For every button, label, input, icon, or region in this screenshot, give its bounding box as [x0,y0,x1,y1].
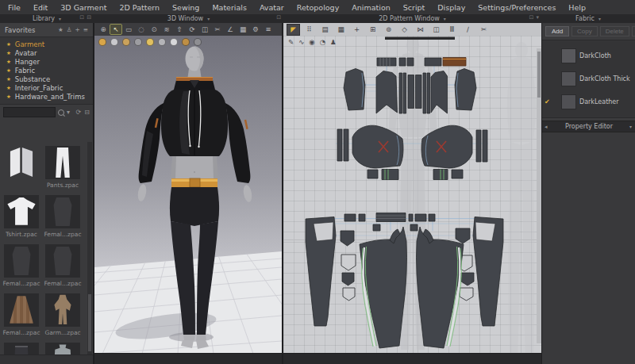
reset-pose-icon[interactable]: ⟳ [187,25,198,34]
edit-pattern-icon[interactable]: ⠿ [303,25,315,35]
add-point-icon[interactable]: + [351,25,363,35]
favorite-item[interactable]: ★ Substance [0,75,93,83]
add-circle-icon[interactable]: ⊚ [383,25,394,35]
pattern-layers-icon[interactable]: ▤ [319,25,331,35]
window-menu-icon[interactable]: ▾ [536,14,539,21]
menu-item[interactable]: 2D Pattern [119,3,160,12]
menu-item[interactable]: Help [568,3,586,12]
menu-item[interactable]: Materials [212,3,247,12]
fabric-item[interactable]: ✔ DarkCloth [542,44,635,67]
fabric-button[interactable] [632,26,635,36]
show-skin-toggle[interactable] [122,38,130,46]
dart-icon[interactable]: ⋈ [414,25,426,35]
sync-icon[interactable]: ⟳ [76,109,82,116]
settings-icon[interactable]: ⚙ [250,25,261,34]
library-item[interactable]: Femal...zpac [1,293,42,336]
dock-icon[interactable]: ⊡ [529,14,534,21]
library-item[interactable]: Garm...zpac [1,343,42,354]
undock-icon[interactable]: ⊟ [87,14,91,21]
gizmo-icon[interactable]: ⊕ [98,25,109,34]
fabric-button[interactable]: Delete [600,26,629,36]
library-item[interactable]: Femal...zpac [42,195,83,238]
menu-item[interactable]: Retopology [297,3,340,12]
tab-library[interactable]: Library ▾ ⊡⊟ [0,14,94,23]
tab-2d-pattern-window[interactable]: 2D Pattern Window ▾ ⊡▾ [283,14,542,23]
trace-icon[interactable]: ◫ [430,25,442,35]
add-favorite-icon[interactable]: + [75,26,79,33]
favorites-star-icon[interactable]: ★ [58,26,64,33]
select-move-icon[interactable]: ↖ [110,25,121,34]
select-box-icon[interactable]: ▭ [123,25,134,34]
pin-icon[interactable]: ⊙ [148,25,160,34]
favorite-item[interactable]: ★ Interior_Fabric [0,83,93,92]
dock-icon[interactable]: ⊡ [79,14,84,21]
edit-sewing-icon[interactable]: ✎ [288,38,294,46]
fabric-swatch[interactable] [561,71,576,86]
pleats-icon[interactable]: Ⅲ [446,25,458,35]
favorite-item[interactable]: ★ Hardware_and_Trims [0,92,93,101]
filter-caret-icon[interactable]: ▾ [67,109,70,116]
fabric-swatch[interactable] [561,94,576,109]
library-item[interactable]: Femal...zpac [42,244,83,287]
grid-icon[interactable]: ▦ [237,25,248,34]
favorite-item[interactable]: ★ Fabric [0,66,93,75]
library-item[interactable]: Pants.zpac [42,146,83,189]
arrangement-icon[interactable]: ⇧ [174,25,185,34]
sew-icon[interactable]: ✂ [478,25,490,35]
menu-item[interactable]: Edit [33,3,48,12]
fabric-dot-icon[interactable]: ◉ [309,38,314,46]
library-item[interactable]: Femal...zpac [1,244,42,287]
menu-item[interactable]: Script [403,3,425,12]
library-menu-icon[interactable]: ≡ [83,26,88,33]
search-input[interactable] [3,107,56,117]
avatar-filter-icon[interactable]: ♙ [67,26,72,33]
menu-item[interactable]: File [8,3,21,12]
scrollbar-thumb[interactable] [537,52,541,98]
show-garment-toggle[interactable] [98,38,106,46]
polygon-icon[interactable]: ◇ [398,25,410,35]
show-wind-toggle[interactable] [194,38,202,46]
search-icon[interactable] [58,109,64,116]
dock-icon[interactable]: ⊡ [276,14,281,21]
menu-item[interactable]: Avatar [260,3,284,12]
property-editor-header[interactable]: ◂ Property Editor ▾ [542,121,635,132]
remove-icon[interactable]: ⊟ [84,109,90,116]
show-internal-lines-toggle[interactable] [170,38,178,46]
fabric-button[interactable]: Copy [572,26,598,36]
grading-icon[interactable]: ◔ [320,38,325,46]
library-item[interactable] [1,146,42,189]
transform-pattern-icon[interactable]: ◤ [287,25,299,35]
menu-item[interactable]: Display [437,3,465,12]
cut-icon[interactable]: ∕ [462,25,474,35]
show-seams-toggle[interactable] [158,38,166,46]
library-item[interactable]: Garm...zpac [42,293,83,336]
library-item[interactable]: Tshirt.zpac [1,195,42,238]
show-avatar-toggle[interactable] [110,38,118,46]
list-icon[interactable]: ≡ [263,25,274,34]
fabric-item[interactable]: ✔ DarkCloth Thick [542,67,635,90]
menu-item[interactable]: 3D Garment [60,3,106,12]
scrollbar-thumb[interactable] [88,294,91,351]
favorite-item[interactable]: ★ Avatar [0,48,93,57]
measure-angle-icon[interactable]: ∠ [225,25,236,34]
fabric-button[interactable]: Add [545,26,569,36]
library-item[interactable]: Garm...zpac [42,343,83,354]
menu-item[interactable]: Animation [352,3,390,12]
fabric-item[interactable]: ✔ DarkLeather [542,90,635,113]
fold-arrangement-icon[interactable]: ◫ [199,25,210,34]
menu-item[interactable]: Settings/Preferences [478,3,556,12]
favorite-item[interactable]: ★ Garment [0,40,93,48]
favorite-item[interactable]: ★ Hanger [0,57,93,66]
library-scrollbar[interactable] [87,142,92,354]
scissors-icon[interactable]: ✂ [212,25,223,34]
select-lasso-icon[interactable]: ◌ [136,25,147,34]
show-trims-toggle[interactable] [182,38,190,46]
tab-3d-window[interactable]: 3D Window ▾ ⊡ [94,14,284,23]
texture-editor-icon[interactable]: ▦ [335,25,347,35]
3d-viewport[interactable] [94,36,282,354]
show-arrangement-toggle[interactable] [134,38,142,46]
free-sewing-icon[interactable]: ∿ [298,38,304,46]
sewing-icon[interactable]: ≋ [161,25,172,34]
show-pins-toggle[interactable] [146,38,154,46]
2d-pattern-canvas[interactable]: ✎∿◉◔♟ [283,36,541,354]
